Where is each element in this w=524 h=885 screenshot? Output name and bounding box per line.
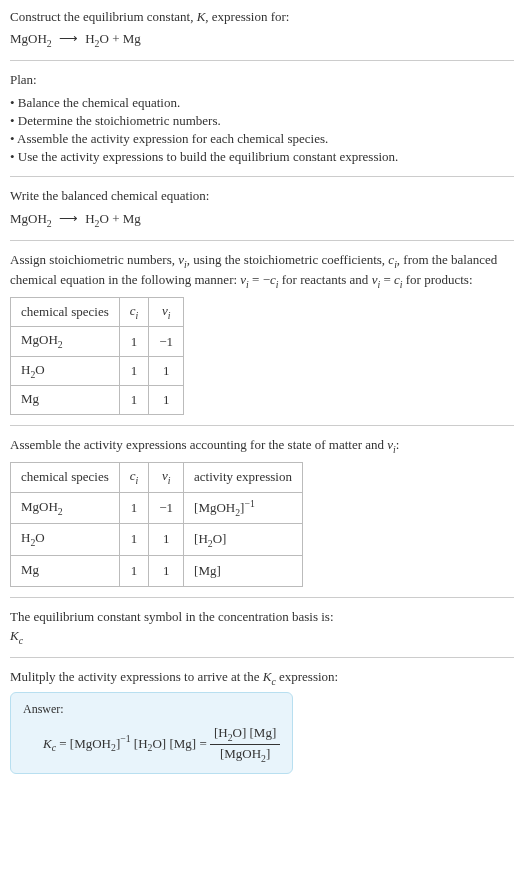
balanced-section: Write the balanced chemical equation: Mg… xyxy=(10,187,514,240)
prompt-text-b: , expression for: xyxy=(205,9,289,24)
answer-equation: Kc = [MgOH2]−1 [H2O] [Mg] = [H2O] [Mg][M… xyxy=(23,724,280,765)
table-header-row: chemical species ci νi xyxy=(11,298,184,327)
th-species: chemical species xyxy=(11,463,120,492)
prompt-section: Construct the equilibrium constant, K, e… xyxy=(10,8,514,61)
cell-ci: 1 xyxy=(119,555,149,587)
stoich-table: chemical species ci νi MgOH2 1 −1 H2O 1 … xyxy=(10,297,184,415)
prompt-text-a: Construct the equilibrium constant, xyxy=(10,9,197,24)
plan-section: Plan: • Balance the chemical equation. •… xyxy=(10,71,514,177)
plan-list: • Balance the chemical equation. • Deter… xyxy=(10,94,514,167)
table-row: Mg 1 1 xyxy=(11,385,184,414)
th-ci: ci xyxy=(119,463,149,492)
table-row: Mg 1 1 [Mg] xyxy=(11,555,303,587)
th-nui: νi xyxy=(149,298,184,327)
activity-table: chemical species ci νi activity expressi… xyxy=(10,462,303,587)
cell-species: H2O xyxy=(11,524,120,556)
activity-intro: Assemble the activity expressions accoun… xyxy=(10,436,514,456)
equation-2: MgOH2 ⟶ H2O + Mg xyxy=(10,210,514,230)
eq1-mg: Mg xyxy=(123,31,141,46)
table-header-row: chemical species ci νi activity expressi… xyxy=(11,463,303,492)
cell-activity: [H2O] xyxy=(184,524,303,556)
table-row: H2O 1 1 xyxy=(11,356,184,385)
cell-activity: [MgOH2]−1 xyxy=(184,492,303,524)
answer-section: Mulitply the activity expressions to arr… xyxy=(10,668,514,775)
table-row: MgOH2 1 −1 [MgOH2]−1 xyxy=(11,492,303,524)
plan-item: • Determine the stoichiometric numbers. xyxy=(10,112,514,130)
kc-symbol-section: The equilibrium constant symbol in the c… xyxy=(10,608,514,657)
th-activity: activity expression xyxy=(184,463,303,492)
eq2-h2o-o: O xyxy=(99,211,108,226)
eq2-lhs-sub: 2 xyxy=(47,217,52,228)
plan-item: • Balance the chemical equation. xyxy=(10,94,514,112)
cell-ci: 1 xyxy=(119,356,149,385)
arrow-icon: ⟶ xyxy=(55,31,82,46)
kc-line1: The equilibrium constant symbol in the c… xyxy=(10,608,514,626)
cell-species: Mg xyxy=(11,555,120,587)
answer-intro: Mulitply the activity expressions to arr… xyxy=(10,668,514,688)
eq2-h2o-h: H xyxy=(85,211,94,226)
plan-item: • Assemble the activity expression for e… xyxy=(10,130,514,148)
prompt-line: Construct the equilibrium constant, K, e… xyxy=(10,8,514,26)
eq1-h2o-h: H xyxy=(85,31,94,46)
th-nui: νi xyxy=(149,463,184,492)
eq1-h2o-o: O xyxy=(99,31,108,46)
cell-nui: 1 xyxy=(149,555,184,587)
table-row: H2O 1 1 [H2O] xyxy=(11,524,303,556)
cell-nui: 1 xyxy=(149,385,184,414)
plan-title: Plan: xyxy=(10,71,514,89)
th-species: chemical species xyxy=(11,298,120,327)
cell-ci: 1 xyxy=(119,524,149,556)
cell-nui: −1 xyxy=(149,492,184,524)
cell-species: Mg xyxy=(11,385,120,414)
cell-species: H2O xyxy=(11,356,120,385)
answer-box: Answer: Kc = [MgOH2]−1 [H2O] [Mg] = [H2O… xyxy=(10,692,293,774)
cell-ci: 1 xyxy=(119,327,149,356)
eq1-lhs: MgOH xyxy=(10,31,47,46)
cell-nui: 1 xyxy=(149,356,184,385)
arrow-icon: ⟶ xyxy=(55,211,82,226)
activity-section: Assemble the activity expressions accoun… xyxy=(10,436,514,598)
cell-species: MgOH2 xyxy=(11,492,120,524)
fraction: [H2O] [Mg][MgOH2] xyxy=(210,724,280,765)
eq2-plus: + xyxy=(109,211,123,226)
numerator: [H2O] [Mg] xyxy=(210,724,280,745)
cell-nui: −1 xyxy=(149,327,184,356)
kc-symbol: Kc xyxy=(10,627,514,647)
cell-activity: [Mg] xyxy=(184,555,303,587)
answer-label: Answer: xyxy=(23,701,280,718)
eq1-plus: + xyxy=(109,31,123,46)
eq2-mg: Mg xyxy=(123,211,141,226)
eq2-lhs: MgOH xyxy=(10,211,47,226)
stoich-intro: Assign stoichiometric numbers, νi, using… xyxy=(10,251,514,291)
th-ci: ci xyxy=(119,298,149,327)
plan-item: • Use the activity expressions to build … xyxy=(10,148,514,166)
cell-nui: 1 xyxy=(149,524,184,556)
balanced-title: Write the balanced chemical equation: xyxy=(10,187,514,205)
cell-species: MgOH2 xyxy=(11,327,120,356)
denominator: [MgOH2] xyxy=(210,745,280,765)
eq1-lhs-sub: 2 xyxy=(47,38,52,49)
cell-ci: 1 xyxy=(119,385,149,414)
table-row: MgOH2 1 −1 xyxy=(11,327,184,356)
equation-1: MgOH2 ⟶ H2O + Mg xyxy=(10,30,514,50)
stoich-section: Assign stoichiometric numbers, νi, using… xyxy=(10,251,514,426)
cell-ci: 1 xyxy=(119,492,149,524)
